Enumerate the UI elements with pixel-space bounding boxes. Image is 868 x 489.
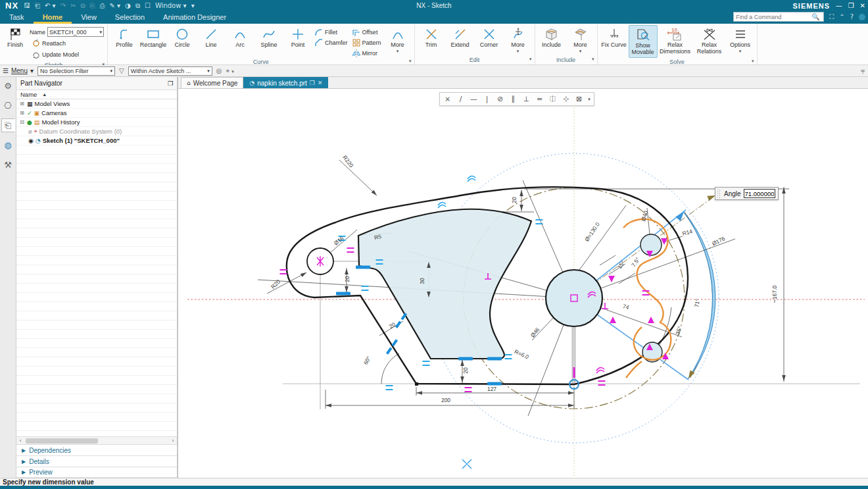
search-icon[interactable]: 🔍 xyxy=(811,13,819,20)
window-icon[interactable]: ☐ xyxy=(145,2,151,9)
tab-animation-designer[interactable]: Animation Designer xyxy=(154,11,235,24)
tree-item-cameras[interactable]: ⊞ ✓ ▣ Cameras xyxy=(16,109,177,118)
close-tab-icon[interactable]: ✕ xyxy=(318,80,323,86)
tree-item-datum-csys[interactable]: ø ⌖ Datum Coordinate System (0) xyxy=(16,127,177,136)
relax-dimensions-button[interactable]: 10 Relax Dimensions xyxy=(658,25,693,57)
minimize-ribbon-icon[interactable]: ⌃ xyxy=(839,13,844,20)
sketch-options-button[interactable]: Options ▾ xyxy=(726,25,755,55)
details-panel[interactable]: ▶ Details xyxy=(16,455,177,467)
tree-item-model-history[interactable]: ⊟ ● ▤ Model History xyxy=(16,118,177,127)
dimension-label[interactable]: 71° xyxy=(693,299,701,308)
angle-value-input[interactable] xyxy=(744,189,775,198)
inner-shaded-region[interactable] xyxy=(358,209,531,359)
part-navigator-tab[interactable]: ⎗ xyxy=(1,118,15,132)
save-icon[interactable]: 🖫 xyxy=(24,2,30,9)
hidden-eye-icon[interactable]: ø xyxy=(28,128,32,135)
auto-constrain-icon[interactable]: ⊠ xyxy=(573,93,585,105)
expand-icon[interactable]: ⊞ xyxy=(19,110,25,116)
window-copy-icon[interactable]: ⧉ xyxy=(135,2,140,10)
highlight-icon[interactable]: ◎ xyxy=(216,67,222,74)
selection-scope-select[interactable]: Within Active Sketch ...▾ xyxy=(128,66,212,76)
horizontal-constraint-icon[interactable]: — xyxy=(468,93,480,105)
corner-button[interactable]: Corner xyxy=(475,25,504,50)
dependencies-panel[interactable]: ▶ Dependencies xyxy=(16,444,177,455)
dimension-edit-box[interactable]: Angle xyxy=(715,187,779,200)
include-button[interactable]: Include xyxy=(537,25,566,50)
panel-window-icon[interactable]: ❒ xyxy=(168,80,173,87)
parallel-constraint-icon[interactable]: ∥ xyxy=(507,93,519,105)
copy-icon[interactable]: ⧉ xyxy=(80,2,85,10)
spline-button[interactable]: Spline xyxy=(254,25,283,50)
dimension-label[interactable]: 74 xyxy=(622,303,630,311)
selection-bar-overflow[interactable]: ╤ xyxy=(861,68,865,74)
sketch-origin-icon[interactable] xyxy=(462,459,471,469)
close-button[interactable]: ✕ xyxy=(860,2,865,9)
tangent-constraint-icon[interactable]: ⊘ xyxy=(494,93,506,105)
dimension-label[interactable]: 20 xyxy=(344,276,350,282)
show-hide-icon[interactable]: ◑ xyxy=(125,2,131,9)
filter-icon[interactable]: ▽ xyxy=(119,67,124,74)
tree-column-header[interactable]: Name▲ xyxy=(16,90,177,99)
tools-tab[interactable]: ⚒ xyxy=(1,158,15,172)
tree-item-sketch[interactable]: ◉ ◔ Sketch (1) "SKETCH_000" xyxy=(16,136,177,145)
equal-length-constraint-icon[interactable]: = xyxy=(533,93,546,105)
tab-task[interactable]: Task xyxy=(0,11,34,24)
tab-home[interactable]: Home xyxy=(34,11,72,24)
qat-customize-icon[interactable]: ▾ xyxy=(191,2,195,9)
toolbar-dropdown[interactable]: ▾ xyxy=(586,93,592,105)
scroll-right-icon[interactable]: › xyxy=(169,438,177,444)
selected-angle-arc[interactable] xyxy=(683,211,715,379)
web-browser-tab[interactable]: ◍ xyxy=(1,138,15,152)
redo-icon[interactable]: ↷ xyxy=(60,2,66,9)
assembly-navigator-tab[interactable]: ⎔ xyxy=(1,99,15,113)
vertical-constraint-icon[interactable]: ❘ xyxy=(481,93,493,105)
preview-panel[interactable]: ▶ Preview xyxy=(16,467,177,478)
visible-eye-icon[interactable]: ◉ xyxy=(28,138,34,144)
relax-relations-button[interactable]: Relax Relations xyxy=(693,25,726,57)
help-icon[interactable]: ? xyxy=(850,13,854,20)
edit-group-label[interactable]: Edit▾ xyxy=(417,56,533,64)
line-button[interactable]: Line xyxy=(197,25,226,50)
curve-more-button[interactable]: More ▾ xyxy=(383,25,412,55)
circle-button[interactable]: Circle xyxy=(168,25,197,50)
coincident-constraint-icon[interactable]: ⨯ xyxy=(441,93,454,105)
dimension-label[interactable]: R14 xyxy=(681,228,693,237)
undo-icon[interactable]: ↶ ▾ xyxy=(45,2,56,9)
dimension-label[interactable]: Ø46 xyxy=(529,326,541,339)
dimension-label[interactable]: 30 xyxy=(419,278,425,284)
offset-button[interactable]: Offset xyxy=(350,27,383,37)
user-presence-icon[interactable] xyxy=(859,14,865,20)
tab-welcome-page[interactable]: ⌂ Welcome Page xyxy=(181,77,243,88)
dimension-label[interactable]: ~167.0 xyxy=(771,286,778,303)
fillet-button[interactable]: Fillet xyxy=(312,27,350,37)
include-more-button[interactable]: More ▾ xyxy=(566,25,595,55)
arc-button[interactable]: Arc xyxy=(226,25,254,50)
constraint-toolbar[interactable]: ⨯∕—❘⊘∥⟂=⎅⊹⊠▾ xyxy=(439,92,594,106)
sketch-drawing[interactable]: R220Ø16R5R202030202060°20127200R=6.0Ø46Ø… xyxy=(178,89,868,478)
finish-sketch-button[interactable]: Finish xyxy=(2,25,28,50)
tab-view[interactable]: View xyxy=(72,11,106,24)
reattach-button[interactable]: Reattach xyxy=(30,38,104,48)
vertex-point[interactable] xyxy=(415,382,418,386)
print-icon[interactable]: ⎙ xyxy=(100,2,105,10)
perpendicular-constraint-icon[interactable]: ⟂ xyxy=(520,93,533,105)
symmetric-constraint-icon[interactable]: ⎅ xyxy=(546,93,559,105)
dimension-label[interactable]: 20 xyxy=(511,197,518,203)
point-button[interactable]: Point xyxy=(283,25,312,50)
paste-special-icon[interactable]: ⎘ xyxy=(90,2,95,10)
window-menu[interactable]: Window ▾ xyxy=(155,2,187,9)
show-movable-button[interactable]: Show Movable xyxy=(629,25,658,58)
dimension-label[interactable]: R220 xyxy=(341,154,355,168)
chamfer-button[interactable]: Chamfer xyxy=(312,38,350,47)
dimension-label[interactable]: 60° xyxy=(362,355,372,366)
collapse-icon[interactable]: ⊟ xyxy=(19,119,25,125)
gear-icon[interactable]: ⚙ xyxy=(1,79,15,93)
tab-selection[interactable]: Selection xyxy=(106,11,154,24)
scroll-left-icon[interactable]: ‹ xyxy=(16,438,24,444)
minimize-button[interactable]: — xyxy=(836,2,842,9)
dimension-label[interactable]: 200 xyxy=(441,397,450,403)
dimension-label[interactable]: 35° xyxy=(674,326,683,336)
include-group-label[interactable]: Include▾ xyxy=(537,56,595,64)
dimension-label[interactable]: 127 xyxy=(487,386,496,392)
profile-button[interactable]: Profile xyxy=(110,25,139,50)
